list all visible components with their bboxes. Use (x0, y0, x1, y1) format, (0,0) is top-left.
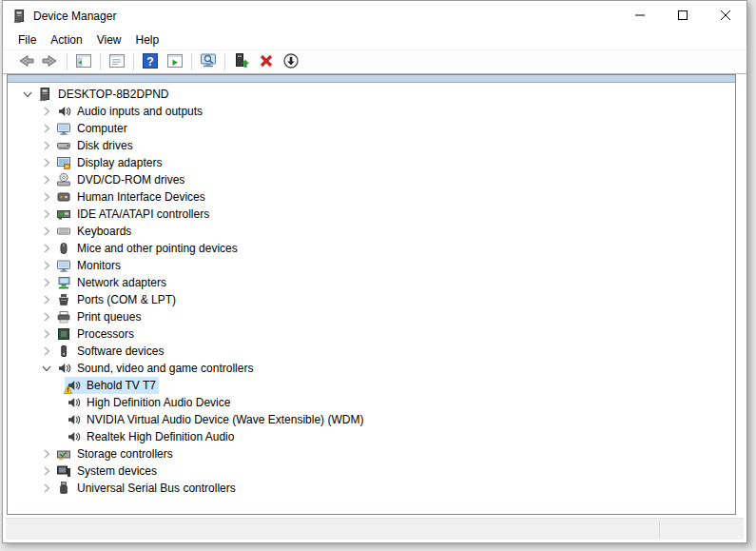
menu-file[interactable]: File (11, 31, 43, 49)
minimize-button[interactable] (618, 1, 661, 30)
chevron-right-icon[interactable] (38, 292, 55, 307)
tree-item-software-devices[interactable]: Software devices (8, 343, 735, 360)
tree-item-body[interactable]: Sound, video and game controllers (55, 360, 256, 377)
chevron-right-icon[interactable] (38, 275, 55, 290)
tree-item-human-interface-devices[interactable]: Human Interface Devices (8, 188, 735, 206)
tree-item-body[interactable]: High Definition Audio Device (65, 394, 233, 411)
storage-controller-icon (56, 446, 71, 462)
tree-item-body[interactable]: Monitors (55, 257, 124, 274)
tree-item-computer[interactable]: Computer (8, 120, 735, 137)
chevron-right-icon[interactable] (38, 138, 55, 153)
maximize-button[interactable] (661, 1, 704, 30)
disk-drive-icon (56, 138, 71, 153)
chevron-down-icon[interactable] (38, 361, 55, 376)
menu-help[interactable]: Help (129, 31, 166, 49)
uninstall-button[interactable] (254, 51, 279, 72)
menu-action[interactable]: Action (44, 31, 88, 49)
tree-item-nvidia-virtual-audio-device-wave-extensible-wdm[interactable]: NVIDIA Virtual Audio Device (Wave Extens… (8, 411, 735, 428)
chevron-right-icon[interactable] (38, 207, 55, 222)
tree-item-universal-serial-bus-controllers[interactable]: Universal Serial Bus controllers (8, 480, 735, 497)
chevron-right-icon[interactable] (38, 189, 55, 205)
chevron-right-icon[interactable] (38, 344, 55, 359)
scan-for-hardware-changes-button[interactable] (196, 51, 221, 72)
tree-item-mice-and-other-pointing-devices[interactable]: Mice and other pointing devices (8, 240, 735, 257)
tree-item-label: Ports (COM & LPT) (77, 293, 176, 306)
tree-item-body[interactable]: Storage controllers (55, 445, 176, 462)
chevron-right-icon[interactable] (38, 258, 55, 273)
tree-item-body[interactable]: DVD/CD-ROM drives (55, 171, 187, 188)
tree-item-processors[interactable]: Processors (8, 325, 735, 343)
menu-bar: FileActionViewHelp (3, 30, 746, 50)
tree-item-storage-controllers[interactable]: Storage controllers (8, 445, 735, 462)
tree-item-desktop-8b2dpnd[interactable]: DESKTOP-8B2DPND (8, 86, 735, 103)
tree-item-realtek-high-definition-audio[interactable]: Realtek High Definition Audio (8, 428, 735, 445)
network-adapter-icon (56, 275, 71, 290)
close-button[interactable] (704, 1, 746, 30)
mouse-icon (56, 241, 71, 256)
tree-item-behold-tv-t7[interactable]: Behold TV T7 (8, 377, 735, 394)
chevron-right-icon[interactable] (38, 309, 55, 325)
disable-device-button[interactable] (279, 51, 303, 72)
sound-icon (66, 412, 81, 427)
tree-item-network-adapters[interactable]: Network adapters (8, 274, 735, 291)
chevron-right-icon[interactable] (38, 481, 55, 496)
tree-item-dvd-cd-rom-drives[interactable]: DVD/CD-ROM drives (8, 171, 735, 188)
svg-text:?: ? (146, 54, 153, 68)
tree-item-body[interactable]: Mice and other pointing devices (55, 240, 241, 257)
update-driver-button[interactable] (229, 51, 254, 72)
chevron-right-icon[interactable] (38, 155, 55, 170)
tree-item-ports-com-lpt[interactable]: Ports (COM & LPT) (8, 291, 735, 308)
forward-button[interactable] (38, 51, 63, 72)
tree-item-body[interactable]: Ports (COM & LPT) (55, 291, 179, 308)
keyboard-icon (56, 224, 71, 239)
tree-item-body[interactable]: NVIDIA Virtual Audio Device (Wave Extens… (65, 411, 366, 428)
tree-item-body[interactable]: Display adapters (55, 154, 165, 171)
tree-item-keyboards[interactable]: Keyboards (8, 223, 735, 240)
tree-item-high-definition-audio-device[interactable]: High Definition Audio Device (8, 394, 735, 411)
tree-item-body[interactable]: DESKTOP-8B2DPND (36, 86, 171, 103)
tree-item-label: Mice and other pointing devices (77, 242, 238, 255)
tree-item-body[interactable]: Realtek High Definition Audio (65, 428, 237, 445)
chevron-right-icon[interactable] (38, 172, 55, 187)
tree-item-body[interactable]: Print queues (55, 308, 144, 325)
show-hide-action-pane-button[interactable] (163, 51, 187, 72)
tree-item-print-queues[interactable]: Print queues (8, 308, 735, 325)
tree-item-ide-ata-atapi-controllers[interactable]: IDE ATA/ATAPI controllers (8, 206, 735, 223)
tree-item-body[interactable]: Computer (55, 120, 130, 137)
back-button[interactable] (13, 51, 38, 72)
chevron-right-icon[interactable] (38, 104, 55, 119)
tree-item-sound-video-and-game-controllers[interactable]: Sound, video and game controllers (8, 360, 735, 377)
tree-item-body[interactable]: Disk drives (55, 137, 136, 154)
tree-item-body[interactable]: Universal Serial Bus controllers (55, 480, 239, 497)
chevron-right-icon[interactable] (38, 241, 55, 256)
menu-view[interactable]: View (90, 31, 128, 49)
chevron-right-icon[interactable] (38, 224, 55, 239)
chevron-right-icon[interactable] (38, 326, 55, 342)
tree-item-display-adapters[interactable]: Display adapters (8, 154, 735, 171)
properties-button[interactable] (105, 51, 129, 72)
toolbar-separator (224, 53, 225, 70)
help-button[interactable]: ? (138, 51, 163, 72)
tree-item-body[interactable]: Keyboards (55, 223, 134, 240)
tree-item-body[interactable]: Network adapters (55, 274, 169, 291)
chevron-right-icon[interactable] (38, 121, 55, 136)
tree-item-label: IDE ATA/ATAPI controllers (77, 207, 209, 221)
chevron-right-icon[interactable] (38, 446, 55, 462)
tree-item-audio-inputs-and-outputs[interactable]: Audio inputs and outputs (8, 103, 735, 120)
show-hide-console-tree-button[interactable] (71, 51, 96, 72)
chevron-down-icon[interactable] (19, 87, 36, 102)
tree-item-body[interactable]: Audio inputs and outputs (55, 103, 205, 120)
tree-item-disk-drives[interactable]: Disk drives (8, 137, 735, 154)
tree-item-body[interactable]: Human Interface Devices (55, 188, 208, 206)
chevron-right-icon[interactable] (38, 463, 55, 479)
status-bar-divider (659, 521, 660, 538)
tree-item-label: Universal Serial Bus controllers (77, 482, 236, 495)
tree-item-system-devices[interactable]: System devices (8, 462, 735, 480)
selected-tree-item[interactable]: Behold TV T7 (65, 377, 159, 394)
tree-item-body[interactable]: Processors (55, 325, 137, 343)
tree-item-body[interactable]: Software devices (55, 343, 166, 360)
tree-item-monitors[interactable]: Monitors (8, 257, 735, 274)
tree-item-body[interactable]: System devices (55, 462, 160, 480)
tree-item-body[interactable]: IDE ATA/ATAPI controllers (55, 206, 212, 223)
sound-icon (66, 395, 81, 410)
